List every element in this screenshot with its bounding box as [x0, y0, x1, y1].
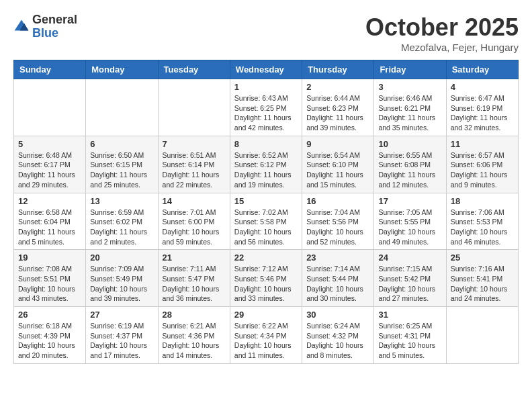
day-number: 20 [90, 253, 153, 263]
day-info: Sunrise: 6:25 AM Sunset: 4:31 PM Dayligh… [378, 321, 441, 361]
day-number: 29 [234, 310, 298, 320]
day-number: 7 [163, 139, 226, 149]
day-number: 9 [306, 139, 369, 149]
calendar-cell: 3Sunrise: 6:46 AM Sunset: 6:21 PM Daylig… [374, 79, 446, 136]
day-number: 13 [90, 196, 153, 206]
day-number: 2 [306, 82, 369, 92]
day-info: Sunrise: 7:04 AM Sunset: 5:56 PM Dayligh… [306, 208, 369, 247]
day-info: Sunrise: 6:18 AM Sunset: 4:39 PM Dayligh… [18, 321, 81, 361]
calendar-cell: 28Sunrise: 6:21 AM Sunset: 4:36 PM Dayli… [158, 307, 230, 364]
calendar-cell: 8Sunrise: 6:52 AM Sunset: 6:12 PM Daylig… [230, 136, 302, 193]
day-info: Sunrise: 7:16 AM Sunset: 5:41 PM Dayligh… [451, 264, 514, 304]
day-info: Sunrise: 6:48 AM Sunset: 6:17 PM Dayligh… [18, 150, 81, 190]
calendar: SundayMondayTuesdayWednesdayThursdayFrid… [13, 60, 519, 364]
calendar-cell: 11Sunrise: 6:57 AM Sunset: 6:06 PM Dayli… [446, 136, 518, 193]
weekday-header-friday: Friday [374, 60, 446, 79]
calendar-cell: 4Sunrise: 6:47 AM Sunset: 6:19 PM Daylig… [446, 79, 518, 136]
calendar-cell: 13Sunrise: 6:59 AM Sunset: 6:02 PM Dayli… [86, 193, 158, 250]
calendar-cell: 14Sunrise: 7:01 AM Sunset: 6:00 PM Dayli… [158, 193, 230, 250]
day-info: Sunrise: 6:51 AM Sunset: 6:14 PM Dayligh… [163, 150, 226, 190]
day-number: 16 [306, 196, 369, 206]
week-row-1: 5Sunrise: 6:48 AM Sunset: 6:17 PM Daylig… [14, 136, 519, 193]
week-row-3: 19Sunrise: 7:08 AM Sunset: 5:51 PM Dayli… [14, 250, 519, 307]
day-info: Sunrise: 7:15 AM Sunset: 5:42 PM Dayligh… [378, 264, 441, 304]
logo-text: General Blue [32, 13, 77, 40]
day-info: Sunrise: 6:47 AM Sunset: 6:19 PM Dayligh… [451, 93, 514, 133]
calendar-cell: 10Sunrise: 6:55 AM Sunset: 6:08 PM Dayli… [374, 136, 446, 193]
calendar-cell: 31Sunrise: 6:25 AM Sunset: 4:31 PM Dayli… [374, 307, 446, 364]
weekday-header-saturday: Saturday [446, 60, 518, 79]
location: Mezofalva, Fejer, Hungary [365, 42, 519, 53]
day-number: 17 [378, 196, 441, 206]
calendar-cell: 9Sunrise: 6:54 AM Sunset: 6:10 PM Daylig… [302, 136, 374, 193]
day-number: 18 [451, 196, 514, 206]
weekday-header-sunday: Sunday [14, 60, 86, 79]
day-number: 5 [18, 139, 81, 149]
day-info: Sunrise: 7:12 AM Sunset: 5:46 PM Dayligh… [234, 264, 298, 304]
day-info: Sunrise: 7:05 AM Sunset: 5:55 PM Dayligh… [378, 208, 441, 247]
calendar-cell: 24Sunrise: 7:15 AM Sunset: 5:42 PM Dayli… [374, 250, 446, 307]
day-number: 26 [18, 310, 81, 320]
logo: General Blue [13, 13, 77, 40]
day-number: 23 [306, 253, 369, 263]
day-number: 31 [378, 310, 441, 320]
calendar-cell [446, 307, 518, 364]
page-header: General Blue October 2025 Mezofalva, Fej… [13, 13, 519, 53]
week-row-2: 12Sunrise: 6:58 AM Sunset: 6:04 PM Dayli… [14, 193, 519, 250]
day-info: Sunrise: 6:22 AM Sunset: 4:34 PM Dayligh… [234, 321, 298, 361]
logo-general-text: General [32, 13, 77, 27]
day-info: Sunrise: 6:44 AM Sunset: 6:23 PM Dayligh… [306, 93, 369, 133]
calendar-cell: 6Sunrise: 6:50 AM Sunset: 6:15 PM Daylig… [86, 136, 158, 193]
calendar-cell: 19Sunrise: 7:08 AM Sunset: 5:51 PM Dayli… [14, 250, 86, 307]
calendar-cell: 1Sunrise: 6:43 AM Sunset: 6:25 PM Daylig… [230, 79, 302, 136]
week-row-4: 26Sunrise: 6:18 AM Sunset: 4:39 PM Dayli… [14, 307, 519, 364]
day-number: 14 [163, 196, 226, 206]
calendar-cell: 12Sunrise: 6:58 AM Sunset: 6:04 PM Dayli… [14, 193, 86, 250]
day-info: Sunrise: 6:50 AM Sunset: 6:15 PM Dayligh… [90, 150, 153, 190]
day-info: Sunrise: 6:52 AM Sunset: 6:12 PM Dayligh… [234, 150, 298, 190]
day-info: Sunrise: 6:19 AM Sunset: 4:37 PM Dayligh… [90, 321, 153, 361]
calendar-cell: 21Sunrise: 7:11 AM Sunset: 5:47 PM Dayli… [158, 250, 230, 307]
weekday-header-tuesday: Tuesday [158, 60, 230, 79]
day-number: 10 [378, 139, 441, 149]
calendar-cell: 5Sunrise: 6:48 AM Sunset: 6:17 PM Daylig… [14, 136, 86, 193]
month-title: October 2025 [365, 13, 519, 42]
day-number: 24 [378, 253, 441, 263]
calendar-header: SundayMondayTuesdayWednesdayThursdayFrid… [14, 60, 519, 79]
day-info: Sunrise: 6:24 AM Sunset: 4:32 PM Dayligh… [306, 321, 369, 361]
day-number: 8 [234, 139, 298, 149]
day-number: 4 [451, 82, 514, 92]
day-number: 11 [451, 139, 514, 149]
day-info: Sunrise: 6:57 AM Sunset: 6:06 PM Dayligh… [451, 150, 514, 190]
weekday-row: SundayMondayTuesdayWednesdayThursdayFrid… [14, 60, 519, 79]
day-number: 22 [234, 253, 298, 263]
day-number: 19 [18, 253, 81, 263]
calendar-cell [86, 79, 158, 136]
day-number: 15 [234, 196, 298, 206]
day-info: Sunrise: 7:06 AM Sunset: 5:53 PM Dayligh… [451, 208, 514, 247]
logo-blue-text: Blue [32, 27, 77, 40]
calendar-cell: 2Sunrise: 6:44 AM Sunset: 6:23 PM Daylig… [302, 79, 374, 136]
day-number: 30 [306, 310, 369, 320]
day-info: Sunrise: 6:43 AM Sunset: 6:25 PM Dayligh… [234, 93, 298, 133]
calendar-cell: 16Sunrise: 7:04 AM Sunset: 5:56 PM Dayli… [302, 193, 374, 250]
calendar-cell [14, 79, 86, 136]
calendar-cell: 26Sunrise: 6:18 AM Sunset: 4:39 PM Dayli… [14, 307, 86, 364]
day-info: Sunrise: 6:59 AM Sunset: 6:02 PM Dayligh… [90, 208, 153, 247]
calendar-cell: 25Sunrise: 7:16 AM Sunset: 5:41 PM Dayli… [446, 250, 518, 307]
day-number: 27 [90, 310, 153, 320]
calendar-cell: 23Sunrise: 7:14 AM Sunset: 5:44 PM Dayli… [302, 250, 374, 307]
calendar-cell: 18Sunrise: 7:06 AM Sunset: 5:53 PM Dayli… [446, 193, 518, 250]
day-info: Sunrise: 6:21 AM Sunset: 4:36 PM Dayligh… [163, 321, 226, 361]
day-number: 3 [378, 82, 441, 92]
calendar-cell: 15Sunrise: 7:02 AM Sunset: 5:58 PM Dayli… [230, 193, 302, 250]
calendar-cell: 29Sunrise: 6:22 AM Sunset: 4:34 PM Dayli… [230, 307, 302, 364]
weekday-header-wednesday: Wednesday [230, 60, 302, 79]
weekday-header-thursday: Thursday [302, 60, 374, 79]
day-number: 1 [234, 82, 298, 92]
day-info: Sunrise: 6:46 AM Sunset: 6:21 PM Dayligh… [378, 93, 441, 133]
calendar-cell: 27Sunrise: 6:19 AM Sunset: 4:37 PM Dayli… [86, 307, 158, 364]
calendar-cell [158, 79, 230, 136]
day-info: Sunrise: 6:58 AM Sunset: 6:04 PM Dayligh… [18, 208, 81, 247]
day-info: Sunrise: 6:54 AM Sunset: 6:10 PM Dayligh… [306, 150, 369, 190]
